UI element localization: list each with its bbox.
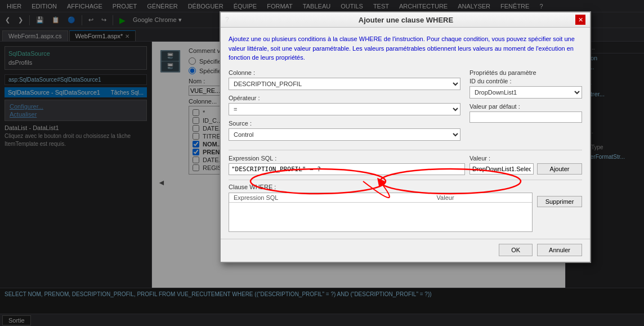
operateur-label: Opérateur : [229, 95, 460, 101]
dialog-title: Ajouter une clause WHERE [236, 16, 575, 24]
where-section: Clause WHERE : Expression SQL Valeur [229, 180, 582, 232]
operateur-select[interactable]: = [229, 103, 460, 115]
source-select[interactable]: Control [229, 128, 460, 141]
colonne-label: Colonne : [229, 69, 460, 76]
where-col-valeur: Valeur [432, 193, 532, 203]
where-buttons: Supprimer [537, 184, 582, 207]
dialog-footer: OK Annuler [221, 239, 590, 262]
where-dialog: ? Ajouter une clause WHERE ✕ Ajoutez une… [220, 11, 591, 263]
ok-btn[interactable]: OK [499, 244, 533, 256]
ajouter-btn[interactable]: Ajouter [537, 163, 582, 175]
dialog-right-col: Propriétés du paramètre ID du contrôle :… [469, 69, 582, 145]
where-label: Clause WHERE : [229, 184, 533, 190]
id-controle-label: ID du contrôle : [469, 78, 582, 84]
annuler-btn[interactable]: Annuler [537, 244, 582, 256]
valeur-defaut-label: Valeur par défaut : [469, 103, 582, 110]
valeur-label: Valeur : [469, 155, 582, 162]
where-table: Expression SQL Valeur [229, 193, 532, 203]
sql-expr-row: Expression SQL : Valeur : Ajouter [229, 155, 582, 175]
operateur-group: Opérateur : = [229, 95, 460, 115]
sql-expr-label: Expression SQL : [229, 155, 465, 162]
id-controle-select[interactable]: DropDownList1 [469, 86, 582, 99]
source-label: Source : [229, 120, 460, 127]
dialog-close-btn[interactable]: ✕ [575, 15, 585, 25]
source-group: Source : Control [229, 120, 460, 141]
dialog-columns: Colonne : DESCRIPTION_PROFIL Opérateur :… [229, 69, 582, 145]
colonne-group: Colonne : DESCRIPTION_PROFIL [229, 69, 460, 90]
dialog-controls: ✕ [575, 15, 585, 25]
where-table-container: Expression SQL Valeur [229, 193, 533, 232]
sql-expr-left: Expression SQL : [229, 155, 465, 175]
where-header-row: Clause WHERE : Expression SQL Valeur [229, 184, 582, 232]
supprimer-btn[interactable]: Supprimer [537, 196, 582, 207]
sql-expr-input[interactable] [229, 163, 465, 175]
dialog-body: Ajoutez une ou plusieurs conditions à la… [221, 28, 590, 239]
props-group: Propriétés du paramètre ID du contrôle :… [469, 69, 582, 99]
sql-expr-right: Valeur : Ajouter [469, 155, 582, 175]
colonne-select[interactable]: DESCRIPTION_PROFIL [229, 78, 460, 90]
where-col-sql: Expression SQL [229, 193, 432, 203]
where-left: Clause WHERE : Expression SQL Valeur [229, 184, 533, 232]
dialog-help-btn[interactable]: ? [225, 16, 236, 24]
props-label: Propriétés du paramètre [469, 69, 582, 76]
valeur-defaut-group: Valeur par défaut : [469, 103, 582, 123]
valeur-row: Ajouter [469, 163, 582, 175]
dialog-intro: Ajoutez une ou plusieurs conditions à la… [229, 34, 582, 62]
dialog-titlebar: ? Ajouter une clause WHERE ✕ [221, 12, 590, 28]
sql-expr-section: Expression SQL : Valeur : Ajouter [229, 150, 582, 175]
valeur-defaut-input[interactable] [469, 111, 582, 123]
dialog-left-col: Colonne : DESCRIPTION_PROFIL Opérateur :… [229, 69, 460, 145]
valeur-input[interactable] [469, 163, 534, 175]
